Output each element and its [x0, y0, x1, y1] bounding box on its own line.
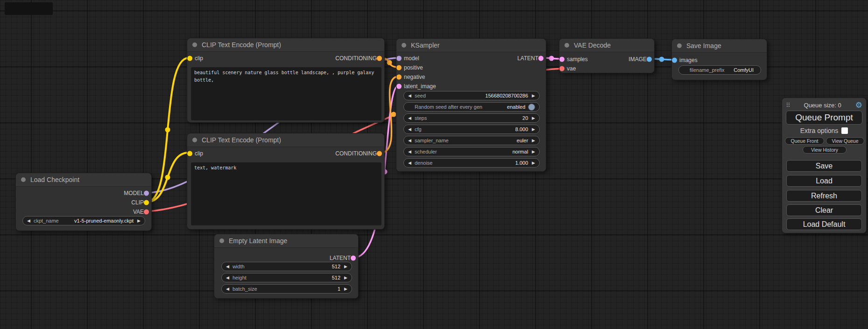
height-widget[interactable]: ◀ height 512 ▶ [221, 273, 352, 282]
filename-prefix-widget[interactable]: filename_prefix ComfyUI [678, 65, 761, 75]
next-value-arrow-icon[interactable]: ▶ [532, 139, 535, 143]
view-queue-button[interactable]: View Queue [826, 137, 864, 145]
next-value-arrow-icon[interactable]: ▶ [532, 127, 535, 132]
load-default-button[interactable]: Load Default [786, 218, 862, 230]
next-value-arrow-icon[interactable]: ▶ [532, 161, 535, 165]
images-input-port[interactable] [672, 58, 677, 63]
port-row: latent_image [396, 82, 546, 91]
conditioning-output-port[interactable] [377, 56, 382, 61]
clip-input-port[interactable] [187, 151, 192, 156]
node-graph-canvas[interactable]: Load Checkpoint MODEL CLIP VAE ◀ ckpt_na… [0, 0, 868, 329]
random-seed-toggle-widget[interactable]: Random seed after every gen enabled [403, 102, 540, 112]
sampler-name-widget[interactable]: ◀ sampler_name euler ▶ [403, 136, 540, 145]
node-save-image[interactable]: Save Image images filename_prefix ComfyU… [671, 39, 767, 80]
latent-output-port[interactable] [538, 56, 543, 61]
collapse-dot-icon[interactable] [219, 238, 224, 243]
port-row: clip CONDITIONING [187, 149, 384, 158]
clip-input-port[interactable] [187, 56, 192, 61]
node-header[interactable]: CLIP Text Encode (Prompt) [187, 133, 384, 147]
node-title: CLIP Text Encode (Prompt) [202, 136, 281, 144]
widget-value: 8.000 [515, 126, 529, 132]
next-value-arrow-icon[interactable]: ▶ [532, 150, 535, 154]
prev-value-arrow-icon[interactable]: ◀ [408, 116, 411, 120]
latent-image-input-port[interactable] [396, 84, 402, 89]
clip-output-port[interactable] [144, 200, 149, 205]
queue-front-button[interactable]: Queue Front [785, 137, 824, 145]
node-header[interactable]: VAE Decode [559, 39, 654, 52]
collapse-dot-icon[interactable] [677, 43, 682, 48]
link-midpoint-dot [659, 57, 664, 62]
node-header[interactable]: CLIP Text Encode (Prompt) [187, 38, 384, 52]
vae-input-label: vae [567, 65, 576, 72]
prev-value-arrow-icon[interactable]: ◀ [226, 265, 229, 269]
scheduler-widget[interactable]: ◀ scheduler normal ▶ [403, 147, 540, 156]
node-vae-decode[interactable]: VAE Decode samples IMAGE vae [559, 38, 655, 73]
refresh-button[interactable]: Refresh [786, 190, 862, 202]
next-value-arrow-icon[interactable]: ▶ [137, 219, 141, 223]
node-empty-latent-image[interactable]: Empty Latent Image LATENT ◀ width 512 ▶ … [214, 234, 359, 299]
next-value-arrow-icon[interactable]: ▶ [344, 276, 347, 280]
collapse-dot-icon[interactable] [21, 177, 26, 182]
vae-output-port[interactable] [144, 210, 149, 215]
positive-prompt-textarea[interactable]: beautiful scenery nature glass bottle la… [191, 67, 381, 120]
negative-input-port[interactable] [396, 75, 402, 80]
node-header[interactable]: Save Image [672, 39, 767, 53]
steps-widget[interactable]: ◀ steps 20 ▶ [403, 113, 540, 123]
next-value-arrow-icon[interactable]: ▶ [532, 116, 535, 120]
prev-value-arrow-icon[interactable]: ◀ [226, 276, 229, 280]
toggle-knob-icon[interactable] [528, 104, 535, 111]
next-value-arrow-icon[interactable]: ▶ [532, 94, 535, 98]
cfg-widget[interactable]: ◀ cfg 8.000 ▶ [403, 125, 540, 134]
prev-value-arrow-icon[interactable]: ◀ [408, 139, 411, 143]
collapse-dot-icon[interactable] [192, 138, 197, 142]
seed-widget[interactable]: ◀ seed 156680208700286 ▶ [403, 91, 540, 100]
collapse-dot-icon[interactable] [192, 42, 197, 47]
conditioning-output-port[interactable] [377, 151, 382, 156]
node-header[interactable]: KSampler [396, 39, 546, 52]
drag-handle-icon[interactable]: ⠿ [786, 102, 790, 109]
collapse-dot-icon[interactable] [402, 43, 406, 48]
node-load-checkpoint[interactable]: Load Checkpoint MODEL CLIP VAE ◀ ckpt_na… [15, 173, 152, 231]
next-value-arrow-icon[interactable]: ▶ [344, 265, 347, 269]
vae-input-port[interactable] [559, 66, 565, 71]
view-history-button[interactable]: View History [803, 146, 847, 154]
clear-button[interactable]: Clear [786, 204, 862, 216]
widget-value: ComfyUI [734, 67, 754, 73]
node-title: VAE Decode [574, 42, 611, 49]
prev-value-arrow-icon[interactable]: ◀ [408, 94, 411, 98]
prev-value-arrow-icon[interactable]: ◀ [408, 127, 411, 132]
widget-label: sampler_name [415, 138, 449, 143]
node-clip-text-encode-negative[interactable]: CLIP Text Encode (Prompt) clip CONDITION… [187, 133, 385, 230]
prev-value-arrow-icon[interactable]: ◀ [226, 287, 229, 291]
positive-input-label: positive [404, 64, 423, 71]
load-button[interactable]: Load [786, 175, 862, 187]
next-value-arrow-icon[interactable]: ▶ [344, 287, 347, 291]
denoise-widget[interactable]: ◀ denoise 1.000 ▶ [403, 158, 540, 168]
latent-output-port[interactable] [351, 256, 356, 261]
ckpt-name-widget[interactable]: ◀ ckpt_name v1-5-pruned-emaonly.ckpt ▶ [22, 216, 145, 225]
model-input-port[interactable] [396, 56, 402, 61]
widget-value: 1.000 [515, 160, 529, 166]
prev-value-arrow-icon[interactable]: ◀ [408, 150, 411, 154]
prev-value-arrow-icon[interactable]: ◀ [27, 219, 30, 223]
extra-options-checkbox[interactable] [841, 127, 848, 134]
node-ksampler[interactable]: KSampler model LATENT positive negative … [396, 38, 546, 172]
queue-prompt-button[interactable]: Queue Prompt [786, 111, 862, 125]
port-row: images [672, 56, 767, 64]
samples-input-port[interactable] [559, 57, 565, 62]
model-output-port[interactable] [144, 191, 149, 196]
positive-input-port[interactable] [396, 65, 402, 70]
widget-label: denoise [415, 160, 433, 166]
node-clip-text-encode-positive[interactable]: CLIP Text Encode (Prompt) clip CONDITION… [187, 38, 385, 123]
batch-size-widget[interactable]: ◀ batch_size 1 ▶ [221, 284, 352, 294]
node-header[interactable]: Empty Latent Image [214, 234, 358, 248]
queue-panel: ⠿ Queue size: 0 ⚙ Queue Prompt Extra opt… [782, 98, 867, 233]
node-header[interactable]: Load Checkpoint [16, 173, 151, 187]
negative-prompt-textarea[interactable]: text, watermark [191, 162, 381, 225]
collapse-dot-icon[interactable] [565, 43, 569, 48]
image-output-port[interactable] [647, 57, 652, 62]
prev-value-arrow-icon[interactable]: ◀ [408, 161, 411, 165]
width-widget[interactable]: ◀ width 512 ▶ [221, 262, 352, 271]
settings-gear-icon[interactable]: ⚙ [855, 101, 862, 109]
save-button[interactable]: Save [786, 160, 862, 172]
